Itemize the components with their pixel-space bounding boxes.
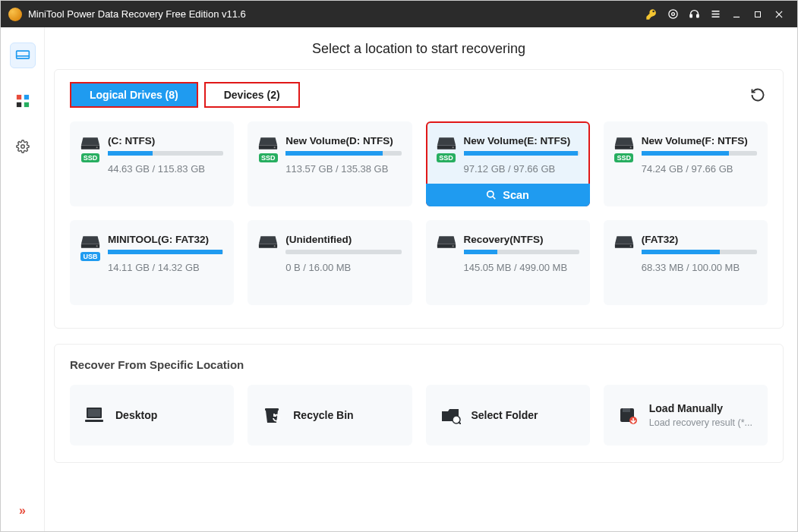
drive-size: 74.24 GB / 97.66 GB: [642, 163, 757, 175]
svg-rect-11: [16, 51, 29, 58]
drive-icon: USB: [80, 234, 100, 273]
tab-devices[interactable]: Devices (2): [204, 82, 300, 108]
drive-icon: SSD: [437, 135, 456, 175]
svg-point-23: [452, 146, 453, 148]
usage-bar: [464, 151, 579, 156]
drive-badge: SSD: [259, 153, 278, 162]
svg-point-21: [274, 146, 276, 148]
window-title: MiniTool Power Data Recovery Free Editio…: [28, 8, 246, 20]
svg-rect-13: [16, 95, 21, 99]
svg-point-19: [96, 146, 98, 148]
maximize-button[interactable]: [747, 4, 768, 25]
support-headset-icon[interactable]: [683, 4, 705, 25]
drive-icon: [614, 234, 634, 273]
usage-bar: [108, 250, 223, 254]
svg-line-41: [459, 422, 461, 424]
specific-location-panel: Recover From Specific Location Desktop R…: [54, 344, 784, 463]
drive-icon: [437, 234, 456, 273]
close-button[interactable]: [768, 4, 790, 25]
svg-rect-39: [265, 408, 279, 411]
app-logo-icon: [8, 8, 22, 21]
drive-card[interactable]: SSD New Volume(E: NTFS) 97.12 GB / 97.66…: [426, 121, 590, 206]
svg-line-25: [493, 197, 496, 200]
drive-card[interactable]: SSD (C: NTFS) 44.63 GB / 115.83 GB: [70, 121, 234, 206]
drive-badge: SSD: [614, 153, 633, 162]
sidebar-expand-icon[interactable]: »: [19, 504, 26, 518]
svg-point-17: [21, 145, 24, 149]
location-card[interactable]: Desktop: [70, 385, 234, 445]
upgrade-key-icon[interactable]: [641, 4, 662, 25]
svg-point-27: [629, 146, 631, 148]
svg-point-0: [668, 10, 677, 18]
svg-rect-43: [623, 408, 630, 412]
drive-icon: [258, 234, 278, 273]
usage-bar: [285, 250, 401, 254]
drive-size: 68.33 MB / 100.00 MB: [642, 262, 757, 273]
usage-bar: [464, 250, 579, 254]
drive-size: 14.11 GB / 14.32 GB: [108, 262, 223, 273]
drive-name: New Volume(D: NTFS): [285, 135, 401, 146]
location-card[interactable]: Recycle Bin: [248, 385, 412, 445]
page-heading: Select a location to start recovering: [54, 27, 784, 69]
location-card[interactable]: Select Folder: [426, 385, 590, 445]
location-title: Desktop: [115, 409, 220, 421]
sidebar-recovery-icon[interactable]: [10, 42, 36, 68]
refresh-button[interactable]: [748, 85, 768, 105]
drive-card[interactable]: USB MINITOOL(G: FAT32) 14.11 GB / 14.32 …: [70, 220, 234, 305]
drive-card[interactable]: SSD New Volume(F: NTFS) 74.24 GB / 97.66…: [604, 121, 768, 206]
drive-icon: SSD: [614, 135, 634, 175]
usage-bar: [108, 151, 223, 156]
drive-name: MINITOOL(G: FAT32): [108, 234, 223, 245]
svg-rect-2: [689, 14, 692, 17]
scan-button[interactable]: Scan: [426, 184, 590, 206]
drive-icon: SSD: [258, 135, 278, 175]
scan-label: Scan: [503, 189, 529, 201]
svg-rect-14: [24, 95, 28, 99]
svg-rect-37: [88, 409, 100, 417]
drive-card[interactable]: SSD New Volume(D: NTFS) 113.57 GB / 135.…: [248, 121, 412, 206]
drive-size: 44.63 GB / 115.83 GB: [108, 163, 223, 175]
usage-bar: [642, 250, 757, 254]
location-icon: [84, 406, 105, 424]
drive-card[interactable]: Recovery(NTFS) 145.05 MB / 499.00 MB: [426, 220, 590, 305]
location-title: Recycle Bin: [293, 409, 398, 421]
disc-icon[interactable]: [662, 4, 683, 25]
svg-point-1: [671, 13, 674, 16]
svg-rect-8: [755, 11, 761, 17]
svg-point-35: [629, 245, 631, 247]
svg-rect-3: [696, 14, 699, 17]
sidebar: »: [1, 27, 45, 532]
location-title: Select Folder: [472, 409, 576, 421]
location-icon: [617, 406, 639, 424]
drives-panel: Logical Drives (8) Devices (2) SSD (C: N…: [54, 69, 784, 329]
drive-size: 113.57 GB / 135.38 GB: [285, 163, 401, 175]
title-bar: MiniTool Power Data Recovery Free Editio…: [1, 1, 797, 27]
drive-name: Recovery(NTFS): [464, 234, 579, 245]
svg-point-31: [274, 245, 276, 247]
drive-badge: SSD: [81, 153, 100, 162]
tab-logical-drives[interactable]: Logical Drives (8): [70, 82, 198, 108]
svg-point-33: [452, 245, 453, 247]
drive-name: New Volume(E: NTFS): [464, 135, 579, 146]
location-title: Load Manually: [649, 402, 754, 414]
drive-badge: USB: [80, 252, 99, 261]
drive-size: 97.12 GB / 97.66 GB: [464, 163, 579, 175]
drive-card[interactable]: (Unidentified) 0 B / 16.00 MB: [248, 220, 412, 305]
svg-point-24: [487, 191, 494, 197]
location-card[interactable]: Load Manually Load recovery result (*...: [604, 385, 768, 445]
drive-name: (FAT32): [642, 234, 757, 245]
minimize-button[interactable]: [726, 4, 747, 25]
svg-rect-16: [24, 102, 28, 107]
usage-bar: [642, 151, 757, 156]
drive-badge: SSD: [437, 153, 456, 162]
drive-name: (Unidentified): [285, 234, 401, 245]
drive-name: (C: NTFS): [108, 135, 223, 146]
sidebar-settings-icon[interactable]: [10, 134, 36, 159]
drive-card[interactable]: (FAT32) 68.33 MB / 100.00 MB: [604, 220, 768, 305]
sidebar-apps-icon[interactable]: [10, 88, 36, 114]
menu-icon[interactable]: [705, 4, 726, 25]
location-icon: [440, 406, 461, 424]
specific-heading: Recover From Specific Location: [70, 358, 768, 371]
svg-rect-38: [85, 420, 103, 422]
location-icon: [261, 406, 282, 424]
